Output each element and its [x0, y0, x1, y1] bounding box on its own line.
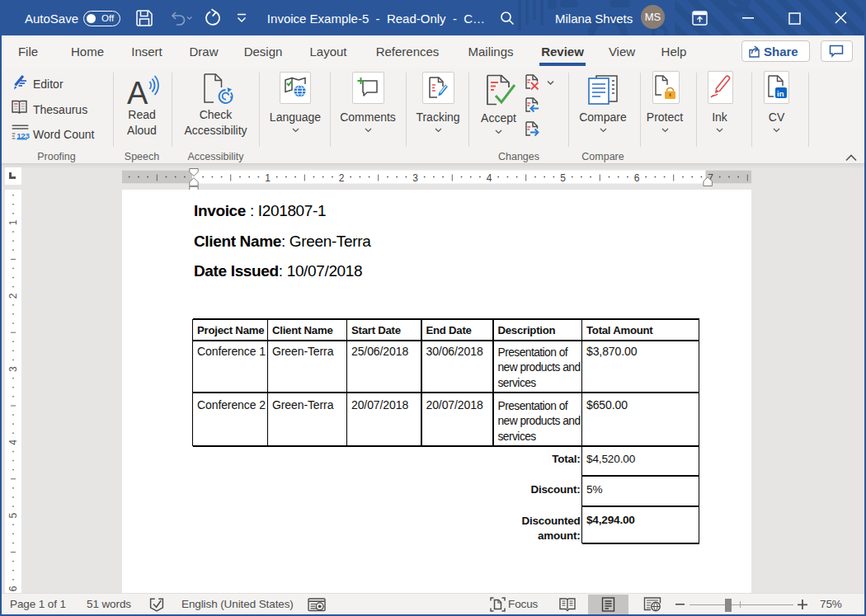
svg-text:3: 3: [7, 366, 19, 372]
svg-text:2: 2: [7, 293, 19, 299]
svg-text:5: 5: [7, 513, 19, 519]
svg-text:1: 1: [7, 219, 19, 225]
svg-text:4: 4: [487, 172, 492, 184]
svg-text:6: 6: [7, 585, 19, 591]
svg-text:5: 5: [560, 172, 566, 184]
svg-text:in: in: [777, 89, 784, 98]
svg-text:1: 1: [265, 172, 271, 184]
svg-text:6: 6: [634, 172, 640, 184]
svg-text:2: 2: [339, 172, 345, 184]
svg-text:A: A: [127, 76, 148, 111]
svg-text:123: 123: [16, 131, 30, 140]
svg-text:4: 4: [7, 440, 19, 445]
svg-text:3: 3: [412, 172, 418, 184]
